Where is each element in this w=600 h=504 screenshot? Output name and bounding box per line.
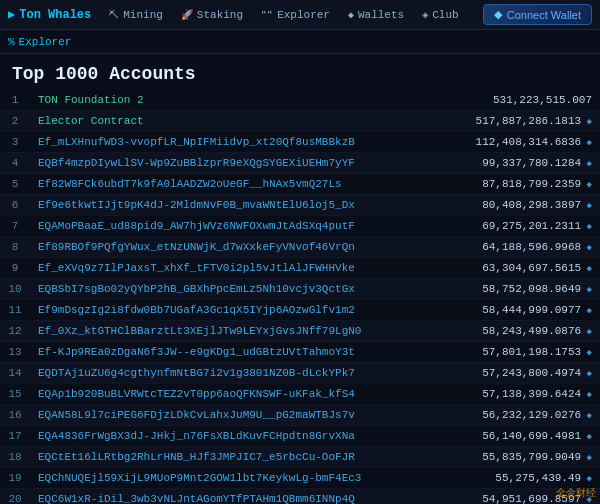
table-row[interactable]: 1TON Foundation 2531,223,515.007 xyxy=(0,90,600,111)
rank-cell: 3 xyxy=(0,132,30,153)
table-row[interactable]: 7EQAMoPBaaE_ud88pid9_AW7hjWVz6NWFOXwmJtA… xyxy=(0,216,600,237)
page-title: Top 1000 Accounts xyxy=(12,64,588,84)
table-row[interactable]: 17EQA4836FrWgBX3dJ-JHkj_n76FsXBLdKuvFCHp… xyxy=(0,426,600,447)
address-cell[interactable]: EQC6W1xR-iDil_3wb3vNLJntAGomYTfPTAHm1QBm… xyxy=(30,489,440,505)
table-row[interactable]: 2Elector Contract517,887,286.1813 ◆ xyxy=(0,111,600,132)
table-row[interactable]: 4EQBf4mzpDIywLlSV-Wp9ZuBBlzprR9eXQgSYGEX… xyxy=(0,153,600,174)
balance-cell: 517,887,286.1813 ◆ xyxy=(440,111,600,132)
sub-nav-explorer[interactable]: % Explorer xyxy=(8,36,71,48)
balance-cell: 57,243,800.4974 ◆ xyxy=(440,363,600,384)
sub-nav-icon: % xyxy=(8,36,15,48)
address-cell[interactable]: EQAMoPBaaE_ud88pid9_AW7hjWVz6NWFOXwmJtAd… xyxy=(30,216,440,237)
brand-icon: ▶ xyxy=(8,7,15,22)
address-cell[interactable]: Ef_0Xz_ktGTHClBBarztLt3XEjlJTw9LEYxjGvsJ… xyxy=(30,321,440,342)
top-nav: ▶ Ton Whales ⛏ Mining 🚀 Staking ❝❝ Explo… xyxy=(0,0,600,30)
nav-wallets[interactable]: ◆ Wallets xyxy=(340,0,412,30)
table-row[interactable]: 8Ef89RBOf9PQfgYWux_etNzUNWjK_d7wXxkeFyVN… xyxy=(0,237,600,258)
balance-value: 56,232,129.0276 xyxy=(482,409,581,421)
table-row[interactable]: 18EQCtEt16lLRtbg2RhLrHNB_HJf3JMPJIC7_e5r… xyxy=(0,447,600,468)
brand-name: Ton Whales xyxy=(19,8,91,22)
address-cell[interactable]: Ef_mLXHnufWD3-vvopfLR_NpIFMiidvp_xt20Qf8… xyxy=(30,132,440,153)
brand-logo[interactable]: ▶ Ton Whales xyxy=(8,7,91,22)
address-cell[interactable]: EQDTAj1uZU6g4cgthynfmNtBG7i2v1g3801NZ0B-… xyxy=(30,363,440,384)
balance-value: 58,752,098.9649 xyxy=(482,283,581,295)
diamond-icon: ◆ xyxy=(581,369,592,379)
rank-cell: 15 xyxy=(0,384,30,405)
table-row[interactable]: 16EQAN58L9l7ciPEG6FDjzLDkCvLahxJuM9U__pG… xyxy=(0,405,600,426)
balance-value: 55,275,439.49 xyxy=(495,472,581,484)
address-cell[interactable]: Ef9mDsgzIg2i8fdw0Bb7UGafA3Gc1qX5IYjp6AOz… xyxy=(30,300,440,321)
diamond-icon: ◆ xyxy=(581,285,592,295)
diamond-icon: ◆ xyxy=(581,327,592,337)
balance-cell: 64,188,596.9968 ◆ xyxy=(440,237,600,258)
nav-items: ⛏ Mining 🚀 Staking ❝❝ Explorer ◆ Wallets… xyxy=(101,0,479,30)
address-cell[interactable]: EQAN58L9l7ciPEG6FDjzLDkCvLahxJuM9U__pG2m… xyxy=(30,405,440,426)
rank-cell: 9 xyxy=(0,258,30,279)
table-row[interactable]: 3Ef_mLXHnufWD3-vvopfLR_NpIFMiidvp_xt20Qf… xyxy=(0,132,600,153)
table-row[interactable]: 20EQC6W1xR-iDil_3wb3vNLJntAGomYTfPTAHm1Q… xyxy=(0,489,600,505)
address-cell[interactable]: Ef89RBOf9PQfgYWux_etNzUNWjK_d7wXxkeFyVNv… xyxy=(30,237,440,258)
address-cell[interactable]: Ef-KJp9REa0zDgaN6f3JW--e9gKDg1_udGBtzUVt… xyxy=(30,342,440,363)
address-cell[interactable]: Ef82W8FCk6ubdT7k9fA0lAADZW2oUeGF__hNAx5v… xyxy=(30,174,440,195)
table-row[interactable]: 15EQAp1b920BuBLVRWtcTEZ2vT0pp6aoQFKNSWF-… xyxy=(0,384,600,405)
rank-cell: 16 xyxy=(0,405,30,426)
rank-cell: 13 xyxy=(0,342,30,363)
address-cell[interactable]: EQBf4mzpDIywLlSV-Wp9ZuBBlzprR9eXQgSYGEXi… xyxy=(30,153,440,174)
address-cell[interactable]: EQBSbI7sgBo02yQYbP2hB_GBXhPpcEmLz5Nh10vc… xyxy=(30,279,440,300)
table-row[interactable]: 5Ef82W8FCk6ubdT7k9fA0lAADZW2oUeGF__hNAx5… xyxy=(0,174,600,195)
balance-cell: 69,275,201.2311 ◆ xyxy=(440,216,600,237)
diamond-icon: ◆ xyxy=(581,348,592,358)
address-cell[interactable]: EQCtEt16lLRtbg2RhLrHNB_HJf3JMPJIC7_e5rbc… xyxy=(30,447,440,468)
address-cell[interactable]: EQChNUQEjl59XijL9MUoP9Mnt2GOW1lbt7KeykwL… xyxy=(30,468,440,489)
balance-value: 87,818,799.2359 xyxy=(482,178,581,190)
balance-value: 517,887,286.1813 xyxy=(476,115,582,127)
nav-explorer[interactable]: ❝❝ Explorer xyxy=(253,0,338,30)
rank-cell: 2 xyxy=(0,111,30,132)
balance-value: 57,801,198.1753 xyxy=(482,346,581,358)
connect-wallet-button[interactable]: ◆ Connect Wallet xyxy=(483,4,592,25)
nav-staking[interactable]: 🚀 Staking xyxy=(173,0,251,30)
balance-cell: 112,408,314.6836 ◆ xyxy=(440,132,600,153)
balance-cell: 56,140,699.4981 ◆ xyxy=(440,426,600,447)
address-cell[interactable]: EQAp1b920BuBLVRWtcTEZ2vT0pp6aoQFKNSWF-uK… xyxy=(30,384,440,405)
nav-wallets-label: Wallets xyxy=(358,9,404,21)
balance-cell: 87,818,799.2359 ◆ xyxy=(440,174,600,195)
nav-club-label: Club xyxy=(432,9,458,21)
mining-icon: ⛏ xyxy=(109,9,119,21)
address-cell[interactable]: EQA4836FrWgBX3dJ-JHkj_n76FsXBLdKuvFCHpdt… xyxy=(30,426,440,447)
table-row[interactable]: 19EQChNUQEjl59XijL9MUoP9Mnt2GOW1lbt7Keyk… xyxy=(0,468,600,489)
explorer-icon: ❝❝ xyxy=(261,9,273,21)
nav-mining[interactable]: ⛏ Mining xyxy=(101,0,171,30)
balance-cell: 55,835,799.9049 ◆ xyxy=(440,447,600,468)
balance-value: 69,275,201.2311 xyxy=(482,220,581,232)
balance-cell: 99,337,780.1284 ◆ xyxy=(440,153,600,174)
balance-cell: 80,408,298.3897 ◆ xyxy=(440,195,600,216)
rank-cell: 5 xyxy=(0,174,30,195)
balance-cell: 57,801,198.1753 ◆ xyxy=(440,342,600,363)
address-cell[interactable]: Ef_eXVq9z7IlPJaxsT_xhXf_tFTV0i2pl5vJtlAl… xyxy=(30,258,440,279)
address-cell[interactable]: Ef9e6tkwtIJjt9pK4dJ-2MldmNvF0B_mvaWNtElU… xyxy=(30,195,440,216)
connect-wallet-label: Connect Wallet xyxy=(507,9,581,21)
rank-cell: 19 xyxy=(0,468,30,489)
table-row[interactable]: 6Ef9e6tkwtIJjt9pK4dJ-2MldmNvF0B_mvaWNtEl… xyxy=(0,195,600,216)
diamond-icon: ◆ xyxy=(581,138,592,148)
rank-cell: 14 xyxy=(0,363,30,384)
balance-value: 63,304,697.5615 xyxy=(482,262,581,274)
wallet-icon: ◆ xyxy=(494,8,502,21)
table-row[interactable]: 14EQDTAj1uZU6g4cgthynfmNtBG7i2v1g3801NZ0… xyxy=(0,363,600,384)
table-row[interactable]: 9Ef_eXVq9z7IlPJaxsT_xhXf_tFTV0i2pl5vJtlA… xyxy=(0,258,600,279)
table-row[interactable]: 11Ef9mDsgzIg2i8fdw0Bb7UGafA3Gc1qX5IYjp6A… xyxy=(0,300,600,321)
address-cell[interactable]: TON Foundation 2 xyxy=(30,90,440,111)
balance-value: 56,140,699.4981 xyxy=(482,430,581,442)
table-row[interactable]: 13Ef-KJp9REa0zDgaN6f3JW--e9gKDg1_udGBtzU… xyxy=(0,342,600,363)
address-cell[interactable]: Elector Contract xyxy=(30,111,440,132)
table-row[interactable]: 12Ef_0Xz_ktGTHClBBarztLt3XEjlJTw9LEYxjGv… xyxy=(0,321,600,342)
nav-explorer-label: Explorer xyxy=(277,9,330,21)
page-title-section: Top 1000 Accounts xyxy=(0,54,600,90)
nav-club[interactable]: ◈ Club xyxy=(414,0,466,30)
club-icon: ◈ xyxy=(422,9,428,21)
diamond-icon: ◆ xyxy=(581,411,592,421)
table-row[interactable]: 10EQBSbI7sgBo02yQYbP2hB_GBXhPpcEmLz5Nh10… xyxy=(0,279,600,300)
balance-value: 99,337,780.1284 xyxy=(482,157,581,169)
diamond-icon: ◆ xyxy=(581,264,592,274)
